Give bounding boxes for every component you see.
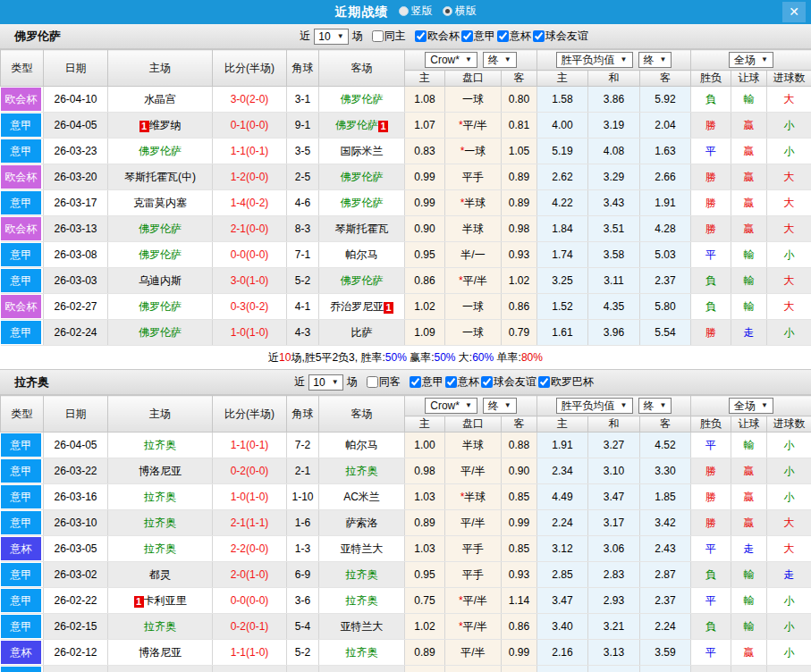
league-filter-1-checkbox[interactable] xyxy=(461,30,473,42)
draw-odds: 3.13 xyxy=(588,640,640,666)
final-odds-select[interactable]: 终▼ xyxy=(483,52,517,68)
summary-part: 赢率: xyxy=(407,351,435,364)
result-winlose: 平 xyxy=(691,242,731,268)
result-handicap-text: 走 xyxy=(744,542,755,555)
match-date: 26-02-27 xyxy=(44,294,108,320)
final-odds-select[interactable]: 终▼ xyxy=(638,398,672,414)
win-odds: 1.84 xyxy=(537,216,588,242)
match-score: 0-0(0-0) xyxy=(213,242,287,268)
result-goals: 小 xyxy=(767,113,811,139)
home-team-name-text: 拉齐奥 xyxy=(144,620,176,633)
home-team-name-text: 佛罗伦萨 xyxy=(139,326,182,339)
recent-count-select[interactable]: 10▼ xyxy=(314,29,348,45)
away-team: 比萨 xyxy=(319,320,405,346)
team-name: 佛罗伦萨 xyxy=(14,29,61,45)
corners: 8-1 xyxy=(287,666,319,672)
avg-odds-select-value: 胜平负均值 xyxy=(562,399,615,413)
final-odds-select[interactable]: 终▼ xyxy=(483,398,517,414)
chevron-down-icon: ▼ xyxy=(332,375,339,390)
league-filter-2[interactable]: 球会友谊 xyxy=(479,374,536,390)
fulltime-select[interactable]: 全场▼ xyxy=(729,398,773,414)
home-team-name-text: 博洛尼亚 xyxy=(139,465,182,477)
same-venue-filter-checkbox[interactable] xyxy=(367,376,378,388)
match-date: 26-03-22 xyxy=(44,458,108,484)
avg-odds-select[interactable]: 胜平负均值▼ xyxy=(556,398,633,414)
away-team-name: 佛罗伦萨1 xyxy=(335,119,388,131)
red-card-badge: 1 xyxy=(384,302,393,314)
league-filter-3[interactable]: 欧罗巴杯 xyxy=(536,374,594,390)
result-handicap-text: 贏 xyxy=(744,197,755,209)
sub-column-header: 主 xyxy=(537,71,588,87)
handicap-home-odds: 1.03 xyxy=(405,536,445,562)
home-team: 拉齐奥 xyxy=(108,433,213,458)
handicap-away-odds: 0.80 xyxy=(502,87,537,113)
league-filter-1-checkbox[interactable] xyxy=(445,376,457,388)
away-team-name-text: 亚特兰大 xyxy=(341,620,384,633)
handicap-home-odds: 1.08 xyxy=(405,87,445,113)
handicap-line-text: 平/半 xyxy=(463,119,487,131)
match-date: 26-03-13 xyxy=(44,216,108,242)
league-type-badge: 欧会杯 xyxy=(1,165,42,189)
league-filter-1[interactable]: 意甲 xyxy=(460,29,495,44)
match-type: 欧会杯 xyxy=(1,294,44,320)
league-filter-2-checkbox[interactable] xyxy=(481,376,493,388)
close-icon[interactable]: ✕ xyxy=(782,2,806,22)
match-row: 意甲26-04-05拉齐奥1-1(0-1)7-2帕尔马1.00半球0.881.9… xyxy=(1,433,811,458)
league-filter-3-checkbox[interactable] xyxy=(538,376,550,388)
match-type: 意甲 xyxy=(1,242,44,268)
recent-count-select[interactable]: 10▼ xyxy=(308,374,342,391)
home-team-name: 佛罗伦萨 xyxy=(139,145,182,157)
league-filter-2-checkbox[interactable] xyxy=(497,30,509,42)
lose-odds: 5.03 xyxy=(640,242,691,268)
league-filter-0[interactable]: 欧会杯 xyxy=(413,29,460,44)
win-odds: 1.41 xyxy=(537,666,588,672)
win-odds: 2.24 xyxy=(537,510,588,536)
same-venue-filter[interactable]: 同主 xyxy=(370,29,406,44)
away-team-name-text: 拉齐奥 xyxy=(346,465,378,477)
league-filter-2[interactable]: 意杯 xyxy=(495,29,531,44)
league-filter-0[interactable]: 意甲 xyxy=(408,374,444,390)
draw-odds: 3.29 xyxy=(588,164,640,190)
league-filter-0-checkbox[interactable] xyxy=(415,30,427,42)
same-venue-filter[interactable]: 同客 xyxy=(365,374,401,390)
home-team-name: 佛罗伦萨 xyxy=(139,300,182,313)
handicap-line: *平/半 xyxy=(445,113,502,139)
avg-odds-select[interactable]: 胜平负均值▼ xyxy=(556,52,633,68)
score-text: 1-2(0-0) xyxy=(231,171,269,183)
column-header: 日期 xyxy=(44,396,108,433)
result-handicap-text: 贏 xyxy=(744,171,755,183)
corners: 5-4 xyxy=(287,614,319,640)
league-filter-3-checkbox[interactable] xyxy=(533,30,545,42)
result-goals-text: 大 xyxy=(784,517,795,529)
home-team-name-text: 佛罗伦萨 xyxy=(139,300,182,313)
league-filter-0-checkbox[interactable] xyxy=(410,376,421,388)
handicap-line: 一球 xyxy=(445,320,502,346)
home-team-name-text: 拉齐奥 xyxy=(144,439,176,451)
bookmaker-select[interactable]: Crow*▼ xyxy=(425,52,477,68)
final-odds-select[interactable]: 终▼ xyxy=(638,52,672,68)
result-winlose: 勝 xyxy=(691,190,731,216)
corners: 6-9 xyxy=(287,562,319,588)
away-team-name-text: AC米兰 xyxy=(343,491,380,503)
sub-column-header: 客 xyxy=(502,71,537,87)
draw-odds: 4.08 xyxy=(588,139,640,164)
league-filter-1[interactable]: 意杯 xyxy=(444,374,479,390)
same-venue-filter-checkbox[interactable] xyxy=(372,30,384,42)
away-team: 佛罗伦萨 xyxy=(319,87,405,113)
result-winlose: 平 xyxy=(691,640,731,666)
bookmaker-select[interactable]: Crow*▼ xyxy=(425,398,477,414)
score-text: 2-1(0-0) xyxy=(231,223,269,235)
handicap-line: *半球 xyxy=(445,484,502,510)
home-team: 拉齐奥 xyxy=(108,536,213,562)
home-team-name-text: 卡利亚里 xyxy=(144,594,187,607)
result-handicap: 走 xyxy=(731,320,767,346)
lose-odds: 2.37 xyxy=(640,268,691,294)
result-winlose-text: 平 xyxy=(705,145,716,157)
layout-radio-vertical[interactable]: 竖版 xyxy=(399,4,433,19)
fulltime-select[interactable]: 全场▼ xyxy=(729,52,773,68)
home-team-name: 佛罗伦萨 xyxy=(139,248,182,261)
corners: 7-2 xyxy=(287,433,319,458)
league-filter-3[interactable]: 球会友谊 xyxy=(531,29,588,44)
layout-radio-horizontal[interactable]: 横版 xyxy=(443,4,477,19)
result-handicap: 贏 xyxy=(731,666,767,672)
